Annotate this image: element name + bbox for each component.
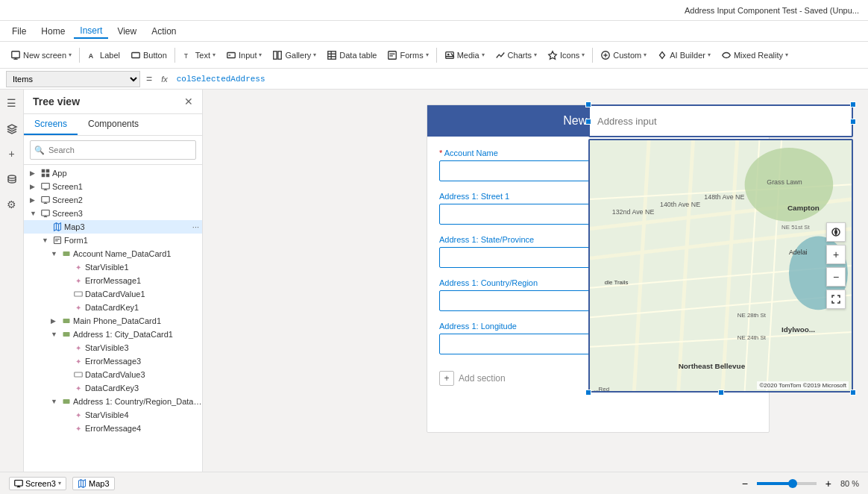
input-account-name[interactable] xyxy=(439,160,592,181)
tree-item-datacardkey1[interactable]: ✦ DataCardKey1 xyxy=(24,301,202,314)
svg-rect-9 xyxy=(278,51,281,59)
search-input[interactable] xyxy=(30,140,196,160)
button-button[interactable]: Button xyxy=(126,49,172,62)
settings-icon[interactable]: ⚙ xyxy=(1,194,22,215)
plus-icon[interactable]: + xyxy=(1,143,22,164)
tree-item-errormessage1[interactable]: ✦ ErrorMessage1 xyxy=(24,274,202,287)
svg-rect-40 xyxy=(54,237,61,244)
tree-item-screen2[interactable]: ▶ Screen2 xyxy=(24,193,202,207)
add-section-icon: + xyxy=(439,371,454,386)
handle-bl[interactable] xyxy=(585,390,591,395)
handle-bm[interactable] xyxy=(718,390,724,395)
handle-mr[interactable] xyxy=(850,119,856,125)
sidebar-search: 🔍 xyxy=(24,136,202,165)
tree-item-city-datacard1[interactable]: ▼ Address 1: City_DataCard1 xyxy=(24,328,202,341)
tree-label-starvisible4: StarVisible4 xyxy=(85,410,202,419)
handle-br[interactable] xyxy=(850,390,856,395)
map-compass-button[interactable] xyxy=(826,222,846,242)
tree-item-screen1[interactable]: ▶ Screen1 xyxy=(24,180,202,193)
sidebar-header: Tree view ✕ xyxy=(24,90,202,114)
media-button[interactable]: Media▾ xyxy=(440,49,489,62)
formula-input[interactable] xyxy=(174,71,862,87)
toggle-account-datacard1[interactable]: ▼ xyxy=(51,250,60,257)
map-zoom-out-button[interactable]: − xyxy=(826,267,846,287)
custom-button[interactable]: Custom▾ xyxy=(596,49,651,62)
charts-button[interactable]: Charts▾ xyxy=(491,49,541,62)
svg-rect-43 xyxy=(63,251,70,256)
zoom-slider[interactable] xyxy=(757,482,817,485)
status-map-button[interactable]: Map3 xyxy=(72,477,115,490)
tab-components[interactable]: Components xyxy=(78,114,149,135)
datatable-button[interactable]: Data table xyxy=(322,49,381,62)
label-button[interactable]: A Label xyxy=(83,49,125,62)
new-screen-button[interactable]: New screen▾ xyxy=(6,49,76,62)
zoom-slider-thumb[interactable] xyxy=(788,479,797,488)
sidebar-close-button[interactable]: ✕ xyxy=(184,96,193,107)
tree-item-datacardvalue3[interactable]: DataCardValue3 xyxy=(24,368,202,381)
toggle-app[interactable]: ▶ xyxy=(30,169,39,177)
toggle-main-phone-datacard1[interactable]: ▶ xyxy=(51,317,60,325)
handle-tr[interactable] xyxy=(850,101,856,107)
tree-item-country-datacard[interactable]: ▼ Address 1: Country/Region_DataCard... xyxy=(24,395,202,408)
input-state[interactable] xyxy=(439,247,592,268)
toggle-country-datacard[interactable]: ▼ xyxy=(51,398,60,405)
sidebar: Tree view ✕ Screens Components 🔍 ▶ App xyxy=(24,90,203,494)
zoom-plus-button[interactable]: + xyxy=(821,476,836,491)
tree-item-errormessage3[interactable]: ✦ ErrorMessage3 xyxy=(24,354,202,368)
map3-more-button[interactable]: ··· xyxy=(189,222,202,231)
hamburger-icon[interactable]: ☰ xyxy=(1,93,22,113)
input-country[interactable] xyxy=(439,290,592,311)
tree-item-app[interactable]: ▶ App xyxy=(24,166,202,180)
input-button[interactable]: Input▾ xyxy=(221,49,266,62)
canvas-area: New Account Account Name Main Phone xyxy=(203,90,868,494)
input-longitude[interactable] xyxy=(439,334,592,354)
tree-item-datacardvalue1[interactable]: DataCardValue1 xyxy=(24,287,202,301)
toggle-screen2[interactable]: ▶ xyxy=(30,196,39,204)
menu-insert[interactable]: Insert xyxy=(74,24,108,39)
input-street1[interactable] xyxy=(439,204,592,225)
ai-builder-button[interactable]: AI Builder▾ xyxy=(652,49,715,62)
forms-button[interactable]: Forms▾ xyxy=(383,49,433,62)
toggle-screen3[interactable]: ▼ xyxy=(30,210,39,217)
tab-screens[interactable]: Screens xyxy=(24,114,78,135)
menu-view[interactable]: View xyxy=(111,25,142,38)
tree-item-screen3[interactable]: ▼ Screen3 xyxy=(24,207,202,220)
title-bar: Address Input Component Test - Saved (Un… xyxy=(0,0,868,21)
address-search-input[interactable] xyxy=(588,104,853,137)
svg-rect-44 xyxy=(75,292,83,296)
text-button[interactable]: T Text▾ xyxy=(178,49,220,62)
screen-icon-1 xyxy=(40,181,51,192)
database-icon[interactable] xyxy=(1,169,22,190)
toggle-form1[interactable]: ▼ xyxy=(42,237,51,244)
svg-rect-8 xyxy=(274,51,277,59)
tree-item-map3[interactable]: Map3 ··· xyxy=(24,220,202,234)
tree-item-starvisible4[interactable]: ✦ StarVisible4 xyxy=(24,408,202,422)
toggle-city-datacard1[interactable]: ▼ xyxy=(51,331,60,338)
layers-icon[interactable] xyxy=(1,118,22,139)
handle-tl[interactable] xyxy=(585,101,591,107)
handle-ml[interactable] xyxy=(585,119,591,125)
gallery-button[interactable]: Gallery▾ xyxy=(268,49,321,62)
tree-item-starvisible1[interactable]: ✦ StarVisible1 xyxy=(24,260,202,274)
key-icon-3: ✦ xyxy=(73,383,84,393)
menu-file[interactable]: File xyxy=(6,25,32,38)
status-screen-button[interactable]: Screen3 ▾ xyxy=(9,477,66,490)
menu-home[interactable]: Home xyxy=(35,25,71,38)
tree-item-form1[interactable]: ▼ Form1 xyxy=(24,234,202,247)
tree-item-datacardkey3[interactable]: ✦ DataCardKey3 xyxy=(24,381,202,395)
tree-item-main-phone-datacard1[interactable]: ▶ Main Phone_DataCard1 xyxy=(24,314,202,328)
tree-item-starvisible3[interactable]: ✦ StarVisible3 xyxy=(24,341,202,354)
divider-1 xyxy=(79,48,80,63)
status-bar: Screen3 ▾ Map3 − + 80 % xyxy=(0,472,868,494)
zoom-minus-button[interactable]: − xyxy=(738,476,752,491)
map-fullscreen-button[interactable] xyxy=(826,290,846,309)
mixed-reality-button[interactable]: Mixed Reality▾ xyxy=(717,49,793,62)
formula-dropdown[interactable]: Items xyxy=(6,71,140,87)
toggle-screen1[interactable]: ▶ xyxy=(30,183,39,190)
menu-action[interactable]: Action xyxy=(145,25,182,38)
tree-item-errormessage4[interactable]: ✦ ErrorMessage4 xyxy=(24,422,202,435)
map-zoom-in-button[interactable]: + xyxy=(826,245,846,264)
tree-item-account-datacard1[interactable]: ▼ Account Name_DataCard1 xyxy=(24,247,202,260)
tree-label-main-phone-datacard1: Main Phone_DataCard1 xyxy=(73,316,202,325)
icons-button[interactable]: Icons▾ xyxy=(543,49,589,62)
